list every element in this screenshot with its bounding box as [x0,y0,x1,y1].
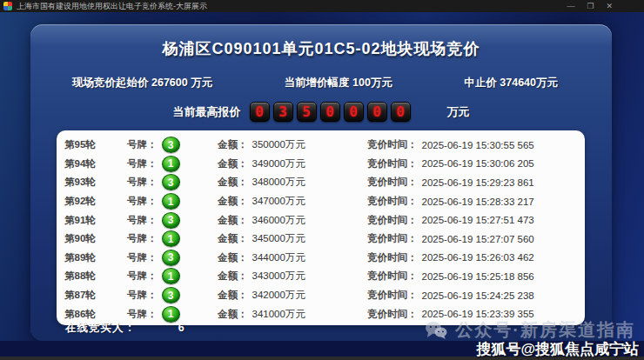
online-bidders-value: 6 [178,322,185,334]
wechat-icon [425,321,447,340]
sohu-watermark: 搜狐号@搜狐焦点咸宁站 [476,339,639,359]
increment: 当前增价幅度 100万元 [285,76,392,90]
online-bidders-label: 在线竞买人 : [65,322,132,334]
time-label: 竞价时间： [367,138,418,151]
time-value: 2025-06-19 15:28:33 217 [422,197,534,207]
time-value: 2025-06-19 15:25:18 856 [422,271,534,282]
stop-price-label: 中止价 [464,77,497,89]
time-value: 2025-06-19 15:27:51 473 [422,215,534,225]
table-row: 第88轮 号牌： 1 金额： 343000万元 竞价时间： 2025-06-19… [57,267,585,286]
bid-digit: 0 [391,102,411,122]
amount-label: 金额： [218,308,248,321]
auction-panel: 杨浦区C090101单元01C5-02地块现场竞价 现场竞价起始价 267600… [30,24,612,341]
paddle-cell: 号牌： 3 [127,212,218,229]
stop-price: 中止价 374640万元 [464,76,558,90]
paddle-badge: 1 [162,306,180,323]
amount-cell: 金额： 345000万元 [218,232,367,245]
time-label: 竞价时间： [367,289,418,302]
round-label: 第86轮 [64,308,127,321]
amount-cell: 金额： 344000万元 [218,251,367,264]
minimize-button[interactable]: — [567,0,574,12]
paddle-badge: 1 [162,230,180,247]
paddle-badge: 3 [162,212,180,229]
highest-bid-unit: 万元 [447,104,470,120]
start-price-label: 现场竞价起始价 [72,77,149,89]
online-bidders: 在线竞买人 : 6 [65,321,185,336]
paddle-cell: 号牌： 1 [127,193,218,210]
highest-bid-digits: 0 3 5 0 0 0 0 [250,102,411,122]
paddle-label: 号牌： [127,214,158,227]
paddle-label: 号牌： [127,308,158,321]
amount-label: 金额： [218,176,248,189]
time-label: 竞价时间： [367,270,418,283]
amount-value: 350000万元 [252,138,305,151]
paddle-badge: 1 [162,268,180,284]
amount-label: 金额： [218,251,248,264]
time-value: 2025-06-19 15:26:03 462 [422,252,534,263]
paddle-cell: 号牌： 3 [127,250,218,266]
amount-value: 348000万元 [252,176,305,189]
amount-label: 金额： [218,232,248,245]
amount-cell: 金额： 342000万元 [218,289,367,302]
round-label: 第89轮 [64,251,127,264]
time-label: 竞价时间： [367,214,418,227]
amount-label: 金额： [218,214,248,227]
app-icon [3,2,12,10]
paddle-cell: 号牌： 1 [127,230,218,247]
paddle-cell: 号牌： 3 [127,287,218,303]
bid-digit: 0 [320,102,340,122]
amount-label: 金额： [218,289,248,302]
table-row: 第94轮 号牌： 1 金额： 349000万元 竞价时间： 2025-06-19… [57,155,585,174]
close-button[interactable]: ✕ [606,0,613,12]
amount-cell: 金额： 347000万元 [218,195,367,208]
time-label: 竞价时间： [367,232,418,245]
paddle-badge: 1 [162,156,180,172]
table-row: 第93轮 号牌： 3 金额： 348000万元 竞价时间： 2025-06-19… [57,173,585,192]
time-cell: 竞价时间： 2025-06-19 15:25:18 856 [367,270,585,283]
amount-label: 金额： [218,195,248,208]
window-titlebar: 上海市国有建设用地使用权出让电子竞价系统-大屏展示 — ❐ ✕ [0,0,644,12]
bid-table: 第95轮 号牌： 3 金额： 350000万元 竞价时间： 2025-06-19… [57,130,585,325]
time-label: 竞价时间： [367,251,418,264]
time-cell: 竞价时间： 2025-06-19 15:30:55 565 [367,138,585,151]
time-cell: 竞价时间： 2025-06-19 15:29:23 861 [367,176,585,189]
amount-value: 341000万元 [252,308,305,321]
round-label: 第94轮 [64,157,127,170]
stop-price-value: 374640万元 [500,77,558,89]
round-label: 第91轮 [64,214,127,227]
amount-label: 金额： [218,270,248,283]
round-label: 第95轮 [64,138,127,151]
time-value: 2025-06-19 15:27:07 560 [422,234,534,244]
time-label: 竞价时间： [367,157,418,170]
time-cell: 竞价时间： 2025-06-19 15:28:33 217 [367,195,585,208]
start-price: 现场竞价起始价 267600 万元 [72,76,212,90]
amount-cell: 金额： 343000万元 [218,270,367,283]
round-label: 第87轮 [64,289,127,302]
time-value: 2025-06-19 15:24:25 238 [422,290,534,301]
amount-cell: 金额： 349000万元 [218,157,367,170]
amount-label: 金额： [218,138,248,151]
paddle-badge: 3 [162,287,180,303]
paddle-badge: 3 [162,250,180,266]
start-price-value: 267600 万元 [151,77,212,89]
maximize-button[interactable]: ❐ [587,0,594,12]
wechat-watermark: 公众号·新房渠道指南 [425,318,635,342]
table-row: 第87轮 号牌： 3 金额： 342000万元 竞价时间： 2025-06-19… [57,286,585,305]
table-row: 第91轮 号牌： 3 金额： 346000万元 竞价时间： 2025-06-19… [57,210,585,230]
time-value: 2025-06-19 15:29:23 861 [422,177,534,188]
highest-bid-label: 当前最高报价 [173,104,241,120]
paddle-label: 号牌： [127,289,158,302]
amount-cell: 金额： 341000万元 [218,308,367,321]
bid-digit: 5 [297,102,317,122]
window-title: 上海市国有建设用地使用权出让电子竞价系统-大屏展示 [17,0,207,12]
bid-digit: 0 [344,102,364,122]
time-label: 竞价时间： [367,195,418,208]
paddle-cell: 号牌： 1 [127,268,218,284]
auction-title: 杨浦区C090101单元01C5-02地块现场竞价 [30,38,612,59]
amount-cell: 金额： 346000万元 [218,214,367,227]
time-cell: 竞价时间： 2025-06-19 15:27:07 560 [367,232,585,245]
amount-value: 342000万元 [252,289,305,302]
round-label: 第93轮 [64,176,127,189]
amount-value: 345000万元 [252,232,305,245]
paddle-label: 号牌： [127,270,158,283]
